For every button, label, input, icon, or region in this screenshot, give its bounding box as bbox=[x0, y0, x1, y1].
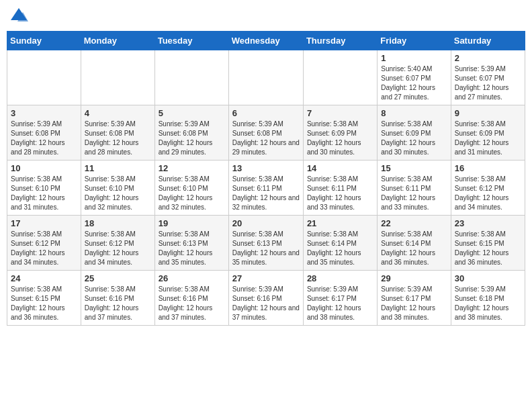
day-info: Sunrise: 5:38 AMSunset: 6:16 PMDaylight:… bbox=[85, 285, 151, 322]
calendar-cell: 23Sunrise: 5:38 AMSunset: 6:15 PMDayligh… bbox=[451, 216, 525, 271]
day-number: 21 bbox=[307, 218, 373, 228]
day-number: 9 bbox=[455, 108, 521, 118]
day-number: 12 bbox=[159, 163, 225, 173]
day-info: Sunrise: 5:39 AMSunset: 6:16 PMDaylight:… bbox=[232, 285, 300, 322]
calendar-cell: 22Sunrise: 5:38 AMSunset: 6:14 PMDayligh… bbox=[378, 216, 451, 271]
calendar-cell: 11Sunrise: 5:38 AMSunset: 6:10 PMDayligh… bbox=[81, 161, 154, 216]
day-info: Sunrise: 5:40 AMSunset: 6:07 PMDaylight:… bbox=[381, 64, 447, 102]
day-number: 29 bbox=[381, 273, 447, 283]
day-number: 22 bbox=[381, 218, 447, 228]
calendar-cell: 29Sunrise: 5:39 AMSunset: 6:17 PMDayligh… bbox=[378, 271, 451, 326]
weekday-header: Thursday bbox=[303, 32, 377, 50]
weekday-header: Saturday bbox=[451, 32, 525, 50]
calendar-cell: 3Sunrise: 5:39 AMSunset: 6:08 PMDaylight… bbox=[7, 105, 81, 161]
weekday-header: Wednesday bbox=[228, 32, 303, 50]
calendar-week-row: 3Sunrise: 5:39 AMSunset: 6:08 PMDaylight… bbox=[7, 105, 525, 161]
day-info: Sunrise: 5:38 AMSunset: 6:10 PMDaylight:… bbox=[85, 175, 151, 212]
weekday-header: Tuesday bbox=[154, 32, 228, 50]
day-info: Sunrise: 5:38 AMSunset: 6:15 PMDaylight:… bbox=[11, 285, 77, 322]
calendar-cell: 12Sunrise: 5:38 AMSunset: 6:10 PMDayligh… bbox=[154, 161, 228, 216]
day-info: Sunrise: 5:38 AMSunset: 6:09 PMDaylight:… bbox=[455, 120, 521, 157]
day-number: 18 bbox=[85, 218, 151, 228]
calendar-cell: 18Sunrise: 5:38 AMSunset: 6:12 PMDayligh… bbox=[81, 216, 154, 271]
day-number: 10 bbox=[11, 163, 77, 173]
calendar-cell: 20Sunrise: 5:38 AMSunset: 6:13 PMDayligh… bbox=[228, 216, 303, 271]
day-number: 25 bbox=[85, 273, 151, 283]
calendar-week-row: 17Sunrise: 5:38 AMSunset: 6:12 PMDayligh… bbox=[7, 216, 525, 271]
day-info: Sunrise: 5:39 AMSunset: 6:18 PMDaylight:… bbox=[455, 285, 521, 322]
day-number: 30 bbox=[455, 273, 521, 283]
day-info: Sunrise: 5:38 AMSunset: 6:09 PMDaylight:… bbox=[381, 120, 447, 157]
calendar-cell: 30Sunrise: 5:39 AMSunset: 6:18 PMDayligh… bbox=[451, 271, 525, 326]
day-number: 17 bbox=[11, 218, 77, 228]
day-number: 11 bbox=[85, 163, 151, 173]
logo bbox=[9, 7, 31, 26]
day-number: 24 bbox=[11, 273, 77, 283]
day-info: Sunrise: 5:39 AMSunset: 6:17 PMDaylight:… bbox=[381, 285, 447, 322]
calendar-week-row: 10Sunrise: 5:38 AMSunset: 6:10 PMDayligh… bbox=[7, 161, 525, 216]
day-number: 15 bbox=[381, 163, 447, 173]
calendar-cell: 7Sunrise: 5:38 AMSunset: 6:09 PMDaylight… bbox=[303, 105, 377, 161]
day-info: Sunrise: 5:38 AMSunset: 6:14 PMDaylight:… bbox=[381, 230, 447, 267]
day-info: Sunrise: 5:38 AMSunset: 6:11 PMDaylight:… bbox=[307, 175, 373, 212]
day-info: Sunrise: 5:39 AMSunset: 6:07 PMDaylight:… bbox=[455, 64, 521, 102]
calendar-cell: 21Sunrise: 5:38 AMSunset: 6:14 PMDayligh… bbox=[303, 216, 377, 271]
page-header bbox=[7, 7, 525, 26]
calendar-cell: 2Sunrise: 5:39 AMSunset: 6:07 PMDaylight… bbox=[451, 50, 525, 105]
day-number: 3 bbox=[11, 108, 77, 118]
calendar-week-row: 24Sunrise: 5:38 AMSunset: 6:15 PMDayligh… bbox=[7, 271, 525, 326]
day-info: Sunrise: 5:38 AMSunset: 6:13 PMDaylight:… bbox=[232, 230, 300, 267]
calendar-cell: 9Sunrise: 5:38 AMSunset: 6:09 PMDaylight… bbox=[451, 105, 525, 161]
day-number: 6 bbox=[232, 108, 300, 118]
day-info: Sunrise: 5:38 AMSunset: 6:12 PMDaylight:… bbox=[455, 175, 521, 212]
calendar: SundayMondayTuesdayWednesdayThursdayFrid… bbox=[7, 31, 525, 326]
day-info: Sunrise: 5:38 AMSunset: 6:09 PMDaylight:… bbox=[307, 120, 373, 157]
day-number: 5 bbox=[159, 108, 225, 118]
calendar-cell: 5Sunrise: 5:39 AMSunset: 6:08 PMDaylight… bbox=[154, 105, 228, 161]
day-info: Sunrise: 5:38 AMSunset: 6:10 PMDaylight:… bbox=[159, 175, 225, 212]
day-info: Sunrise: 5:38 AMSunset: 6:12 PMDaylight:… bbox=[85, 230, 151, 267]
day-info: Sunrise: 5:38 AMSunset: 6:14 PMDaylight:… bbox=[307, 230, 373, 267]
day-info: Sunrise: 5:39 AMSunset: 6:08 PMDaylight:… bbox=[159, 120, 225, 157]
calendar-cell: 4Sunrise: 5:39 AMSunset: 6:08 PMDaylight… bbox=[81, 105, 154, 161]
day-number: 7 bbox=[307, 108, 373, 118]
calendar-cell: 17Sunrise: 5:38 AMSunset: 6:12 PMDayligh… bbox=[7, 216, 81, 271]
day-number: 14 bbox=[307, 163, 373, 173]
calendar-cell: 24Sunrise: 5:38 AMSunset: 6:15 PMDayligh… bbox=[7, 271, 81, 326]
day-number: 23 bbox=[455, 218, 521, 228]
day-number: 19 bbox=[159, 218, 225, 228]
calendar-cell: 10Sunrise: 5:38 AMSunset: 6:10 PMDayligh… bbox=[7, 161, 81, 216]
calendar-cell: 19Sunrise: 5:38 AMSunset: 6:13 PMDayligh… bbox=[154, 216, 228, 271]
calendar-cell bbox=[154, 50, 228, 105]
weekday-header: Sunday bbox=[7, 32, 81, 50]
calendar-week-row: 1Sunrise: 5:40 AMSunset: 6:07 PMDaylight… bbox=[7, 50, 525, 105]
day-number: 27 bbox=[232, 273, 300, 283]
day-info: Sunrise: 5:39 AMSunset: 6:08 PMDaylight:… bbox=[85, 120, 151, 157]
weekday-header: Friday bbox=[378, 32, 451, 50]
calendar-cell: 27Sunrise: 5:39 AMSunset: 6:16 PMDayligh… bbox=[228, 271, 303, 326]
day-info: Sunrise: 5:38 AMSunset: 6:11 PMDaylight:… bbox=[381, 175, 447, 212]
calendar-cell: 14Sunrise: 5:38 AMSunset: 6:11 PMDayligh… bbox=[303, 161, 377, 216]
day-number: 2 bbox=[455, 53, 521, 63]
calendar-cell bbox=[81, 50, 154, 105]
day-info: Sunrise: 5:38 AMSunset: 6:15 PMDaylight:… bbox=[455, 230, 521, 267]
calendar-cell bbox=[7, 50, 81, 105]
day-number: 28 bbox=[307, 273, 373, 283]
calendar-cell: 25Sunrise: 5:38 AMSunset: 6:16 PMDayligh… bbox=[81, 271, 154, 326]
calendar-cell: 1Sunrise: 5:40 AMSunset: 6:07 PMDaylight… bbox=[378, 50, 451, 105]
day-info: Sunrise: 5:38 AMSunset: 6:11 PMDaylight:… bbox=[232, 175, 300, 212]
day-info: Sunrise: 5:38 AMSunset: 6:16 PMDaylight:… bbox=[159, 285, 225, 322]
day-number: 4 bbox=[85, 108, 151, 118]
calendar-cell bbox=[303, 50, 377, 105]
day-info: Sunrise: 5:39 AMSunset: 6:08 PMDaylight:… bbox=[232, 120, 300, 157]
day-info: Sunrise: 5:38 AMSunset: 6:12 PMDaylight:… bbox=[11, 230, 77, 267]
calendar-cell: 8Sunrise: 5:38 AMSunset: 6:09 PMDaylight… bbox=[378, 105, 451, 161]
day-number: 26 bbox=[159, 273, 225, 283]
day-info: Sunrise: 5:39 AMSunset: 6:17 PMDaylight:… bbox=[307, 285, 373, 322]
weekday-header: Monday bbox=[81, 32, 154, 50]
calendar-cell bbox=[228, 50, 303, 105]
day-number: 20 bbox=[232, 218, 300, 228]
calendar-cell: 13Sunrise: 5:38 AMSunset: 6:11 PMDayligh… bbox=[228, 161, 303, 216]
day-number: 8 bbox=[381, 108, 447, 118]
calendar-cell: 15Sunrise: 5:38 AMSunset: 6:11 PMDayligh… bbox=[378, 161, 451, 216]
